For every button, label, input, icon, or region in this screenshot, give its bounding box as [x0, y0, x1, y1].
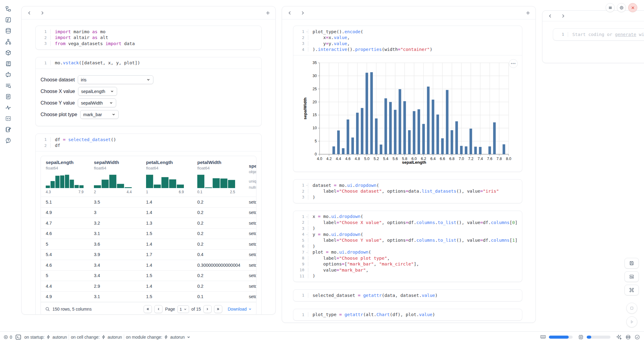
table-row[interactable]: 4.42.91.40.2setos: [41, 281, 256, 292]
run-config-2[interactable]: on cell change:autorun: [71, 335, 122, 340]
line-number: 1: [36, 137, 48, 142]
settings-button[interactable]: [617, 3, 626, 12]
previous-page-button[interactable]: [154, 305, 163, 313]
table-row[interactable]: 5.43.91.70.4setos: [41, 250, 256, 260]
page-label: Page: [165, 307, 175, 312]
table-cell: 4.6: [46, 263, 94, 268]
code-editor[interactable]: 1⌄dataset = mo.ui.dropdown(2 label="Choo…: [293, 180, 522, 203]
table-row[interactable]: 4.73.21.30.2setos: [41, 218, 256, 229]
copilot-button[interactable]: [625, 334, 631, 340]
chevron-right-icon[interactable]: [39, 10, 45, 16]
snippets-icon[interactable]: [5, 115, 12, 122]
table-cell: 3.1: [94, 231, 146, 236]
help-icon[interactable]: [5, 137, 12, 144]
code-line: 1plot_type = getattr(alt.Chart(df), plot…: [293, 312, 522, 318]
download-button[interactable]: Download: [228, 307, 252, 312]
add-cell-icon[interactable]: [525, 10, 531, 16]
functions-icon[interactable]: [5, 16, 12, 23]
error-count-indicator[interactable]: 0: [4, 335, 12, 340]
run-config-1[interactable]: on startup:autorun: [24, 335, 67, 340]
floppy-disk-icon: [629, 261, 634, 266]
column-header[interactable]: sepalLengthfloat644.37.9: [46, 160, 94, 194]
terminal-button[interactable]: [15, 334, 21, 340]
close-button[interactable]: [628, 3, 637, 12]
table-row[interactable]: 53.41.50.2setos: [41, 271, 256, 281]
layout-button[interactable]: [624, 271, 639, 282]
add-cell-icon[interactable]: [265, 10, 270, 16]
fold-chevron-icon[interactable]: ⌄: [306, 233, 308, 235]
bar-chart[interactable]: 4.04.24.44.64.85.05.25.45.65.86.06.26.46…: [302, 60, 516, 165]
code-editor[interactable]: 1plot_type = getattr(alt.Chart(df), plot…: [293, 309, 522, 321]
last-page-button[interactable]: [214, 305, 222, 313]
find-replace-icon[interactable]: [5, 82, 12, 89]
dropdown-row: Choose Y valuesepalWidth: [41, 98, 256, 107]
stop-execution-button[interactable]: [626, 303, 637, 314]
line-number: 3: [36, 41, 48, 46]
table-row[interactable]: 53.61.40.2setos: [41, 239, 256, 250]
chart-menu-button[interactable]: •••: [509, 59, 518, 68]
choose-y-value-select[interactable]: sepalWidth: [78, 98, 116, 107]
choose-plot-type-select[interactable]: mark_bar: [80, 110, 119, 119]
scratchpad-icon[interactable]: [5, 126, 12, 133]
chevron-left-icon[interactable]: [547, 13, 553, 19]
documentation-icon[interactable]: [5, 93, 12, 100]
page-select[interactable]: 1: [177, 305, 189, 313]
chevron-left-icon[interactable]: [287, 10, 292, 16]
table-row[interactable]: 4.93.11.50.1setos: [41, 292, 256, 302]
code-editor[interactable]: 1⌄x = mo.ui.dropdown(2 label="Choose X v…: [293, 211, 522, 282]
chevron-left-icon[interactable]: [27, 10, 32, 16]
svg-text:0: 0: [315, 152, 317, 156]
cell-placeholder[interactable]: Start coding or generate with: [568, 32, 644, 37]
dependency-graph-icon[interactable]: [5, 38, 12, 45]
chevron-right-icon[interactable]: [560, 13, 566, 19]
datasources-icon[interactable]: [5, 27, 12, 34]
column-name: petalLength: [146, 160, 197, 165]
column-header[interactable]: petalWidthfloat640.12.5: [197, 160, 249, 194]
notebook-cell: 1⌄dataset = mo.ui.dropdown(2 label="Choo…: [293, 179, 522, 203]
column-dtype: float64: [197, 166, 249, 170]
packages-icon[interactable]: [5, 49, 12, 56]
range-min: 0.1: [197, 190, 202, 194]
table-row[interactable]: 4.931.40.2setos: [41, 208, 256, 218]
fold-chevron-icon[interactable]: ⌄: [306, 215, 308, 218]
chat-icon[interactable]: [5, 71, 12, 78]
first-page-button[interactable]: [144, 305, 152, 313]
ai-assist-button[interactable]: [616, 334, 622, 340]
dropdown-label: Choose dataset: [41, 77, 75, 83]
status-right: [540, 334, 640, 340]
table-row[interactable]: 4.63.11.50.2setos: [41, 229, 256, 239]
svg-text:4.4: 4.4: [336, 157, 341, 161]
save-button[interactable]: [624, 258, 639, 269]
code-editor[interactable]: 1selected_dataset = getattr(data, datase…: [293, 290, 522, 301]
generate-with-ai-link[interactable]: generate: [615, 32, 636, 37]
run-config-3[interactable]: on module change:autorun: [126, 335, 191, 340]
code-editor[interactable]: 1mo.vstack([dataset, x, y, plot]): [36, 57, 261, 69]
menu-button[interactable]: [606, 3, 615, 12]
choose-x-value-select[interactable]: sepalLength: [78, 87, 117, 96]
run-all-button[interactable]: [626, 316, 637, 327]
fold-chevron-icon[interactable]: ⌄: [306, 251, 308, 253]
code-editor[interactable]: 1 Start coding or generate with: [553, 29, 644, 40]
code-editor[interactable]: 1df = selected_dataset()2df: [36, 134, 261, 151]
fold-chevron-icon[interactable]: ⌄: [306, 184, 308, 186]
keyboard-shortcuts-button[interactable]: [624, 285, 639, 295]
column-header[interactable]: sepalWidthfloat6424.4: [94, 160, 146, 194]
next-page-button[interactable]: [203, 305, 212, 313]
code-editor[interactable]: 1import marimo as mo2import altair as al…: [36, 26, 261, 49]
connection-status-button[interactable]: [634, 334, 640, 340]
tracing-icon[interactable]: [5, 104, 12, 111]
logs-icon[interactable]: [5, 60, 12, 67]
column-header[interactable]: petalLengthfloat6416.9: [146, 160, 197, 194]
dataframe-table: sepalLengthfloat644.37.9sepalWidthfloat6…: [41, 156, 256, 314]
table-row[interactable]: 4.63.41.40.3000000000000004setos: [41, 260, 256, 271]
notebook-tree-icon[interactable]: [5, 5, 12, 12]
code-text: df: [50, 143, 261, 148]
search-icon[interactable]: [45, 307, 50, 312]
column-header[interactable]: speciobjecuniqunulls:: [249, 163, 256, 191]
code-editor[interactable]: 1⌄plot_type().encode(2 x=x.value,3 y=y.v…: [293, 26, 522, 55]
fold-chevron-icon[interactable]: ⌄: [306, 30, 308, 33]
choose-dataset-select[interactable]: iris: [78, 75, 153, 84]
chevron-right-icon[interactable]: [300, 10, 305, 16]
svg-text:7.6: 7.6: [487, 157, 492, 161]
table-row[interactable]: 5.13.51.40.2setos: [41, 197, 256, 208]
